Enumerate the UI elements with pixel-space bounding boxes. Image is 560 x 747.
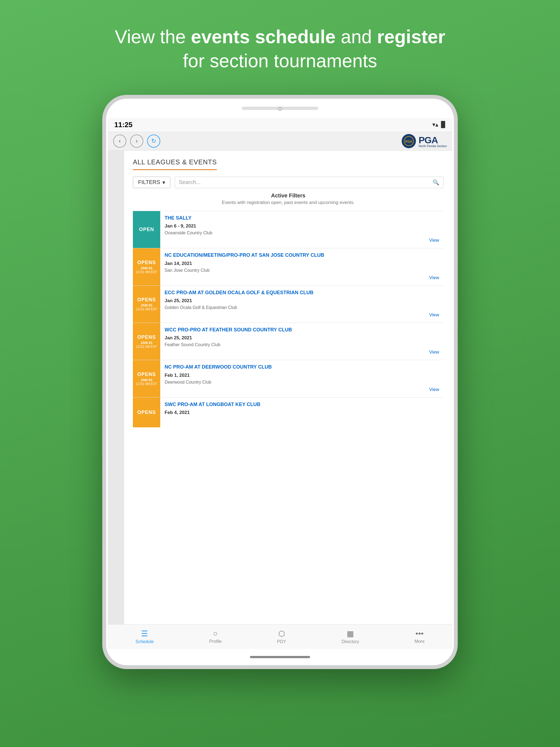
tab-icon: ○	[213, 629, 218, 638]
filters-label: FILTERS	[138, 179, 160, 185]
tab-label: Schedule	[135, 639, 154, 644]
tab-schedule[interactable]: ☰ Schedule	[135, 629, 154, 644]
content-area: ALL LEAGUES & EVENTS FILTERS ▾ Search...…	[124, 151, 452, 624]
tab-icon: ⬡	[278, 629, 285, 638]
event-date: Jan 25, 2021	[164, 298, 439, 304]
badge-time: 12:01 AM EST	[136, 345, 157, 349]
badge-date: JAN 01	[141, 303, 153, 307]
event-badge: OPENSJAN 0112:01 AM EST	[133, 248, 160, 285]
badge-date: JAN 01	[141, 266, 153, 270]
home-bar	[250, 656, 310, 658]
event-date: Feb 4, 2021	[164, 410, 439, 415]
forward-button[interactable]: ›	[130, 134, 143, 148]
event-badge: OPENS	[133, 397, 160, 428]
tablet-screen: 11:25 ▾▴ ▉ ‹ › ↻ PGA PGA North Flor	[108, 118, 452, 649]
event-details: NC PRO-AM AT DEERWOOD COUNTRY CLUB Feb 1…	[160, 360, 443, 397]
event-title: ECC PRO-AM AT GOLDEN OCALA GOLF & EQUEST…	[164, 289, 439, 296]
event-title: SWC PRO-AM AT LONGBOAT KEY CLUB	[164, 402, 439, 408]
event-view[interactable]: View	[164, 386, 439, 393]
view-link[interactable]: View	[429, 238, 439, 243]
tab-icon: ▦	[347, 629, 354, 638]
tab-directory[interactable]: ▦ Directory	[341, 629, 359, 644]
event-badge: OPENSJAN 0112:01 AM EST	[133, 323, 160, 360]
event-details: THE SALLY Jan 6 - 9, 2021 Oceanside Coun…	[160, 211, 443, 248]
event-item: OPENSJAN 0112:01 AM EST NC EDUCATION/MEE…	[133, 248, 443, 285]
event-view[interactable]: View	[164, 311, 439, 319]
badge-time: 12:01 AM EST	[136, 382, 157, 386]
tablet-frame: 11:25 ▾▴ ▉ ‹ › ↻ PGA PGA North Flor	[102, 95, 458, 669]
active-filters-title: Active Filters	[133, 192, 443, 199]
headline-part2: and	[335, 26, 377, 47]
battery-icon: ▉	[441, 121, 446, 128]
browser-nav: ‹ › ↻ PGA PGA North Florida Section	[108, 132, 452, 151]
tab-label: PDY	[277, 639, 286, 644]
tab-icon: •••	[416, 629, 424, 638]
tab-label: Profile	[209, 639, 222, 644]
tab-icon: ☰	[141, 629, 148, 638]
main-content: ALL LEAGUES & EVENTS FILTERS ▾ Search...…	[108, 151, 452, 624]
badge-label: OPENS	[137, 260, 156, 265]
event-date: Jan 6 - 9, 2021	[164, 223, 439, 229]
filter-row: FILTERS ▾ Search... 🔍	[133, 177, 443, 188]
refresh-button[interactable]: ↻	[147, 134, 160, 148]
event-title: THE SALLY	[164, 215, 439, 221]
tab-bar: ☰ Schedule ○ Profile ⬡ PDY ▦ Directory •…	[108, 624, 452, 649]
event-badge: OPEN	[133, 211, 160, 248]
back-button[interactable]: ‹	[113, 134, 126, 148]
event-badge: OPENSJAN 0112:01 AM EST	[133, 286, 160, 323]
event-venue: San Jose Country Club	[164, 268, 439, 273]
event-view[interactable]: View	[164, 274, 439, 282]
event-view[interactable]: View	[164, 236, 439, 244]
pga-title: PGA	[418, 135, 447, 146]
event-title: WCC PRO-PRO AT FEATHER SOUND COUNTRY CLU…	[164, 327, 439, 333]
search-input[interactable]: Search... 🔍	[175, 177, 443, 188]
view-link[interactable]: View	[429, 275, 439, 280]
headline-bold2: register	[377, 26, 445, 47]
tab-more[interactable]: ••• More	[414, 629, 424, 644]
tab-label: Directory	[341, 639, 359, 644]
badge-date: JAN 01	[141, 341, 153, 345]
tab-pdy[interactable]: ⬡ PDY	[277, 629, 286, 644]
headline-line2: for section tournaments	[115, 49, 445, 73]
headline-part1: View the	[115, 26, 191, 47]
chevron-down-icon: ▾	[162, 179, 165, 186]
event-item: OPENSJAN 0112:01 AM EST NC PRO-AM AT DEE…	[133, 360, 443, 397]
search-icon: 🔍	[433, 179, 439, 186]
page-headline: View the events schedule and register fo…	[115, 25, 445, 73]
tab-profile[interactable]: ○ Profile	[209, 629, 222, 644]
pga-subtitle: North Florida Section	[418, 145, 447, 148]
status-icons: ▾▴ ▉	[432, 121, 446, 128]
event-badge: OPENSJAN 0112:01 AM EST	[133, 360, 160, 397]
event-title: NC EDUCATION/MEETING/PRO-PRO AT SAN JOSE…	[164, 252, 439, 258]
tablet-bottom-bar	[106, 649, 454, 665]
badge-label: OPENS	[137, 371, 156, 377]
status-bar: 11:25 ▾▴ ▉	[108, 118, 452, 132]
event-date: Jan 25, 2021	[164, 335, 439, 341]
pga-logo-circle: PGA	[402, 134, 416, 148]
event-venue: Feather Sound Country Club	[164, 342, 439, 347]
wifi-icon: ▾▴	[432, 121, 438, 128]
headline-bold1: events schedule	[191, 26, 335, 47]
event-details: SWC PRO-AM AT LONGBOAT KEY CLUB Feb 4, 2…	[160, 397, 443, 428]
event-item: OPENS SWC PRO-AM AT LONGBOAT KEY CLUB Fe…	[133, 397, 443, 428]
event-details: WCC PRO-PRO AT FEATHER SOUND COUNTRY CLU…	[160, 323, 443, 360]
pga-logo: PGA PGA North Florida Section	[402, 134, 447, 148]
active-filters-sub: Events with registration open, past even…	[133, 200, 443, 205]
filters-button[interactable]: FILTERS ▾	[133, 177, 170, 188]
badge-label: OPENS	[137, 410, 156, 415]
badge-label: OPEN	[139, 227, 154, 232]
event-view[interactable]: View	[164, 349, 439, 356]
event-item: OPENSJAN 0112:01 AM EST ECC PRO-AM AT GO…	[133, 285, 443, 323]
badge-time: 12:01 AM EST	[136, 307, 157, 311]
view-link[interactable]: View	[429, 387, 439, 392]
page-title: ALL LEAGUES & EVENTS	[133, 158, 217, 170]
event-title: NC PRO-AM AT DEERWOOD COUNTRY CLUB	[164, 364, 439, 370]
event-venue: Golden Ocala Golf & Equestrian Club	[164, 305, 439, 310]
badge-label: OPENS	[137, 297, 156, 303]
search-placeholder: Search...	[179, 179, 201, 185]
view-link[interactable]: View	[429, 312, 439, 317]
view-link[interactable]: View	[429, 350, 439, 355]
badge-time: 12:01 AM EST	[136, 270, 157, 274]
sidebar	[108, 151, 124, 624]
home-indicator-top	[278, 107, 282, 111]
